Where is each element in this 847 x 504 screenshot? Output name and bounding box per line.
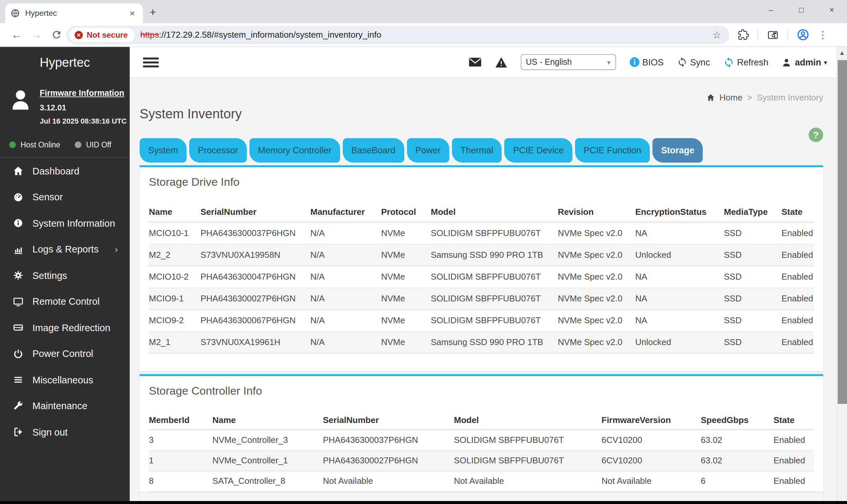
tab-pcie-function[interactable]: PCIE Function	[575, 138, 650, 163]
cell: 8	[149, 471, 212, 491]
vertical-scrollbar[interactable]: ▲	[836, 47, 847, 504]
sidebar-item-image-redirection[interactable]: Image Redirection	[0, 314, 130, 341]
language-select[interactable]: US - English ▾	[520, 54, 616, 70]
sidebar-item-sensor[interactable]: Sensor	[0, 184, 130, 210]
bios-label: BIOS	[642, 57, 664, 67]
maximize-icon[interactable]: □	[786, 0, 816, 20]
gear-icon	[11, 270, 25, 281]
cell: PHA6436300037P6HGN	[201, 222, 310, 244]
user-label: admin	[795, 57, 821, 67]
cell: SOLIDIGM SBFPFUBU076T	[454, 450, 602, 471]
cell: NA	[635, 222, 724, 244]
forward-icon[interactable]: →	[27, 29, 46, 41]
table-header-row: NameSerialNumberManufacturerProtocolMode…	[149, 202, 814, 222]
sidebar-item-logs-reports[interactable]: Logs & Reports ›	[0, 236, 130, 263]
column-header: MemberId	[149, 411, 212, 430]
info-circle-icon	[629, 57, 640, 68]
breadcrumb-home[interactable]: Home	[720, 92, 742, 102]
brand-logo: Hypertec	[0, 47, 130, 70]
column-header: Model	[431, 202, 558, 222]
cell: N/A	[310, 244, 381, 266]
scroll-up-icon[interactable]: ▲	[837, 50, 847, 56]
sidebar-item-settings[interactable]: Settings	[0, 263, 130, 289]
inventory-table: NameSerialNumberManufacturerProtocolMode…	[149, 202, 814, 353]
not-secure-icon	[74, 30, 83, 39]
browser-toolbar: ← → Not secure https://172.29.2.58/#syst…	[0, 23, 847, 47]
tab-memory-controller[interactable]: Memory Controller	[249, 138, 340, 163]
browser-tab[interactable]: Hypertec ×	[5, 3, 143, 23]
cell: 63.02	[701, 430, 774, 450]
breadcrumb-home-icon	[706, 93, 716, 102]
breadcrumb: Home > System Inventory	[140, 91, 823, 103]
tab-processor[interactable]: Processor	[189, 138, 247, 163]
cell: PHA6436300027P6HGN	[323, 450, 454, 471]
cell: N/A	[310, 331, 381, 353]
column-header: SpeedGbps	[701, 411, 774, 430]
tab-pcie-device[interactable]: PCIE Device	[504, 138, 572, 163]
storage-drive-info-panel: Storage Drive Info NameSerialNumberManuf…	[140, 165, 823, 372]
sidebar-item-system-information[interactable]: System Information	[0, 210, 130, 236]
warning-icon[interactable]	[495, 56, 507, 68]
tab-storage[interactable]: Storage	[653, 138, 703, 163]
refresh-icon	[723, 56, 734, 68]
wrench-icon	[11, 400, 25, 412]
cell: NVMe	[381, 309, 431, 331]
bios-button[interactable]: BIOS	[629, 57, 664, 68]
tab-power[interactable]: Power	[407, 138, 449, 163]
storage-controller-table: MemberIdNameSerialNumberModelFirmwareVer…	[149, 411, 814, 491]
cell: Not Available	[323, 471, 454, 491]
scrollbar-thumb[interactable]	[838, 60, 847, 404]
cell: M2_1	[149, 331, 201, 353]
close-icon[interactable]: ×	[816, 0, 847, 20]
user-menu[interactable]: admin ▾	[781, 57, 827, 67]
column-header: Name	[149, 202, 201, 222]
table-row: 8SATA_Controller_8Not AvailableNot Avail…	[149, 471, 814, 491]
tab-baseboard[interactable]: BaseBoard	[343, 138, 404, 163]
not-secure-label: Not secure	[87, 30, 128, 39]
browser-menu-icon[interactable]: ⋮	[818, 29, 828, 41]
hamburger-menu-icon[interactable]	[143, 55, 159, 69]
sidebar-item-maintenance[interactable]: Maintenance	[0, 393, 130, 419]
sidebar-item-sign-out[interactable]: Sign out	[0, 419, 130, 445]
bookmark-star-icon[interactable]: ☆	[712, 29, 721, 41]
extensions-icon[interactable]	[738, 29, 749, 40]
not-secure-badge[interactable]: Not secure	[69, 28, 134, 42]
help-icon[interactable]: ?	[809, 128, 823, 142]
cell: Enabled	[781, 288, 814, 309]
sidebar-item-remote-control[interactable]: Remote Control	[0, 289, 130, 314]
back-icon[interactable]: ←	[6, 29, 27, 41]
cell: N/A	[310, 266, 381, 288]
globe-favicon-icon	[11, 8, 20, 18]
mail-icon[interactable]	[468, 57, 481, 68]
reload-icon[interactable]	[46, 29, 66, 40]
cell: 6	[701, 471, 774, 491]
cell: Enabled	[774, 471, 814, 491]
table-row: MCIO9-2PHA6436300067P6HGNN/ANVMeSOLIDIGM…	[149, 309, 814, 331]
refresh-button[interactable]: Refresh	[723, 56, 768, 68]
tab-system[interactable]: System	[140, 138, 187, 163]
column-header: State	[781, 202, 814, 222]
address-bar[interactable]: Not secure https://172.29.2.58/#system_i…	[66, 25, 729, 44]
tab-close-icon[interactable]: ×	[127, 8, 138, 18]
url-text[interactable]: https://172.29.2.58/#system_information/…	[140, 30, 381, 40]
sidebar-item-dashboard[interactable]: Dashboard	[0, 158, 130, 184]
cell: N/A	[310, 309, 381, 331]
tab-thermal[interactable]: Thermal	[452, 138, 502, 163]
cell: PHA6436300047P6HGN	[201, 266, 310, 288]
sync-button[interactable]: Sync	[677, 57, 710, 68]
sidebar-item-miscellaneous[interactable]: Miscellaneous	[0, 367, 130, 393]
profile-icon[interactable]	[797, 29, 809, 41]
column-header: State	[774, 411, 814, 430]
browser-tabstrip: Hypertec × + – □ ×	[0, 0, 847, 23]
minimize-icon[interactable]: –	[756, 0, 786, 20]
cell: NVMe	[381, 244, 431, 266]
user-caret-icon: ▾	[824, 58, 827, 66]
sidebar-item-power-control[interactable]: Power Control	[0, 341, 130, 367]
storage-drive-table: NameSerialNumberManufacturerProtocolMode…	[149, 202, 814, 353]
new-tab-button[interactable]: +	[150, 6, 156, 23]
cell: SOLIDIGM SBFPFUBU076T	[431, 309, 558, 331]
column-header: Name	[212, 411, 323, 430]
cell: NVMe_Controller_1	[212, 450, 323, 471]
firmware-information-link[interactable]: Firmware Information	[40, 87, 127, 101]
side-panel-search-icon[interactable]	[767, 29, 779, 41]
